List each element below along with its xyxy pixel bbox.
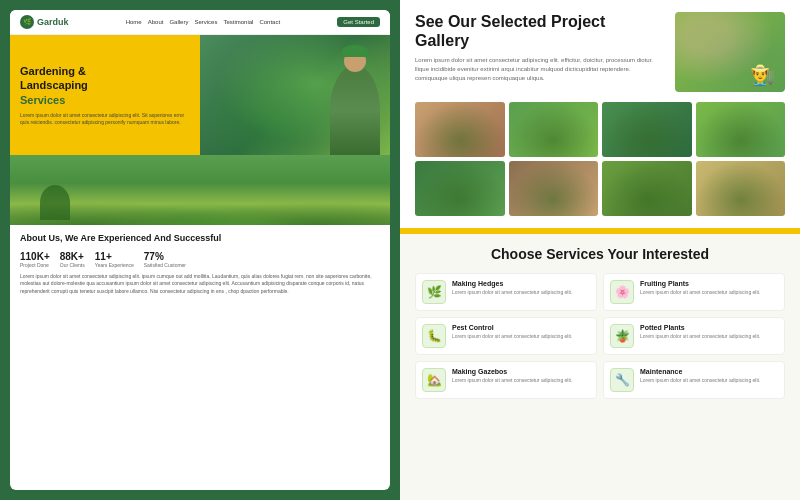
nav-testimonial[interactable]: Testimonial	[223, 19, 253, 25]
service-item-pest[interactable]: 🐛 Pest Control Lorem ipsum dolor sit ame…	[415, 317, 597, 355]
service-item-fruiting[interactable]: 🌸 Fruiting Plants Lorem ipsum dolor sit …	[603, 273, 785, 311]
service-item-gazebos[interactable]: 🏡 Making Gazebos Lorem ipsum dolor sit a…	[415, 361, 597, 399]
maintenance-content: Maintenance Lorem ipsum dolor sit amet c…	[640, 368, 760, 384]
services-grid: 🌿 Making Hedges Lorem ipsum dolor sit am…	[415, 273, 785, 399]
nav-bar: 🌿 Garduk Home About Gallery Services Tes…	[10, 10, 390, 35]
stat-satisfied-label: Satisfied Customer	[144, 262, 186, 268]
gallery-thumb-8[interactable]	[696, 161, 786, 216]
gallery-title-block: See Our Selected Project Gallery Lorem i…	[415, 12, 663, 83]
fruiting-name: Fruiting Plants	[640, 280, 760, 287]
about-title: About Us, We Are Experienced And Success…	[20, 233, 380, 245]
gallery-grid	[415, 102, 785, 216]
hero-title-line1: Gardening &	[20, 65, 86, 77]
logo-text: Garduk	[37, 17, 69, 27]
nav-gallery[interactable]: Gallery	[169, 19, 188, 25]
right-panel: See Our Selected Project Gallery Lorem i…	[400, 0, 800, 500]
fruiting-icon: 🌸	[610, 280, 634, 304]
gazebos-desc: Lorem ipsum dolor sit amet consectetur a…	[452, 377, 572, 384]
gallery-section: See Our Selected Project Gallery Lorem i…	[400, 0, 800, 228]
logo: 🌿 Garduk	[20, 15, 69, 29]
stat-experience-label: Years Experience	[95, 262, 134, 268]
gallery-thumb-4[interactable]	[696, 102, 786, 157]
hero-content: Gardening & Landscaping Services Lorem i…	[10, 35, 200, 155]
nav-home[interactable]: Home	[126, 19, 142, 25]
potted-icon: 🪴	[610, 324, 634, 348]
nav-services[interactable]: Services	[194, 19, 217, 25]
service-item-hedges[interactable]: 🌿 Making Hedges Lorem ipsum dolor sit am…	[415, 273, 597, 311]
logo-icon: 🌿	[20, 15, 34, 29]
hero-description: Lorem ipsum dolor sit amet consectetur a…	[20, 112, 190, 126]
pest-icon: 🐛	[422, 324, 446, 348]
fruiting-desc: Lorem ipsum dolor sit amet consectetur a…	[640, 289, 760, 296]
website-mockup: 🌿 Garduk Home About Gallery Services Tes…	[10, 10, 390, 490]
gallery-header: See Our Selected Project Gallery Lorem i…	[415, 12, 785, 92]
left-panel: 🌿 Garduk Home About Gallery Services Tes…	[0, 0, 400, 500]
stat-satisfied-value: 77%	[144, 251, 186, 262]
hero-person-figure	[330, 65, 380, 155]
garden-image	[10, 155, 390, 225]
hero-title: Gardening & Landscaping Services	[20, 64, 190, 107]
gallery-featured-image	[675, 12, 785, 92]
gallery-thumb-1[interactable]	[415, 102, 505, 157]
fruiting-content: Fruiting Plants Lorem ipsum dolor sit am…	[640, 280, 760, 296]
gallery-thumb-7[interactable]	[602, 161, 692, 216]
stat-projects-value: 110K+	[20, 251, 50, 262]
hedges-icon: 🌿	[422, 280, 446, 304]
pest-content: Pest Control Lorem ipsum dolor sit amet …	[452, 324, 572, 340]
gallery-thumb-6[interactable]	[509, 161, 599, 216]
nav-links: Home About Gallery Services Testimonial …	[77, 19, 330, 25]
maintenance-icon: 🔧	[610, 368, 634, 392]
potted-content: Potted Plants Lorem ipsum dolor sit amet…	[640, 324, 760, 340]
stat-experience: 11+ Years Experience	[95, 251, 134, 268]
hero-title-line2: Landscaping	[20, 79, 88, 91]
maintenance-name: Maintenance	[640, 368, 760, 375]
potted-desc: Lorem ipsum dolor sit amet consectetur a…	[640, 333, 760, 340]
services-title: Choose Services Your Interested	[415, 246, 785, 263]
hedges-content: Making Hedges Lorem ipsum dolor sit amet…	[452, 280, 572, 296]
hedges-name: Making Hedges	[452, 280, 572, 287]
hero-image	[200, 35, 390, 155]
get-started-button[interactable]: Get Started	[337, 17, 380, 27]
gazebos-content: Making Gazebos Lorem ipsum dolor sit ame…	[452, 368, 572, 384]
hero-title-highlight: Services	[20, 94, 65, 106]
stat-projects: 110K+ Project Done	[20, 251, 50, 268]
stat-clients-label: Our Clients	[60, 262, 85, 268]
maintenance-desc: Lorem ipsum dolor sit amet consectetur a…	[640, 377, 760, 384]
about-description: Lorem ipsum dolor sit amet consectetur a…	[20, 273, 380, 296]
gallery-description: Lorem ipsum dolor sit amet consectetur a…	[415, 56, 663, 83]
gallery-title: See Our Selected Project Gallery	[415, 12, 663, 50]
potted-name: Potted Plants	[640, 324, 760, 331]
stats-row: 110K+ Project Done 88K+ Our Clients 11+ …	[20, 251, 380, 268]
hedges-desc: Lorem ipsum dolor sit amet consectetur a…	[452, 289, 572, 296]
stat-projects-label: Project Done	[20, 262, 50, 268]
stat-experience-value: 11+	[95, 251, 134, 262]
nav-about[interactable]: About	[148, 19, 164, 25]
about-section: About Us, We Are Experienced And Success…	[10, 225, 390, 303]
service-item-potted[interactable]: 🪴 Potted Plants Lorem ipsum dolor sit am…	[603, 317, 785, 355]
gallery-thumb-3[interactable]	[602, 102, 692, 157]
stat-satisfied: 77% Satisfied Customer	[144, 251, 186, 268]
gallery-thumb-5[interactable]	[415, 161, 505, 216]
gallery-thumb-2[interactable]	[509, 102, 599, 157]
hero-section: Gardening & Landscaping Services Lorem i…	[10, 35, 390, 155]
gazebos-icon: 🏡	[422, 368, 446, 392]
gazebos-name: Making Gazebos	[452, 368, 572, 375]
services-section: Choose Services Your Interested 🌿 Making…	[400, 234, 800, 500]
pest-name: Pest Control	[452, 324, 572, 331]
stat-clients: 88K+ Our Clients	[60, 251, 85, 268]
nav-contact[interactable]: Contact	[259, 19, 280, 25]
service-item-maintenance[interactable]: 🔧 Maintenance Lorem ipsum dolor sit amet…	[603, 361, 785, 399]
stat-clients-value: 88K+	[60, 251, 85, 262]
pest-desc: Lorem ipsum dolor sit amet consectetur a…	[452, 333, 572, 340]
